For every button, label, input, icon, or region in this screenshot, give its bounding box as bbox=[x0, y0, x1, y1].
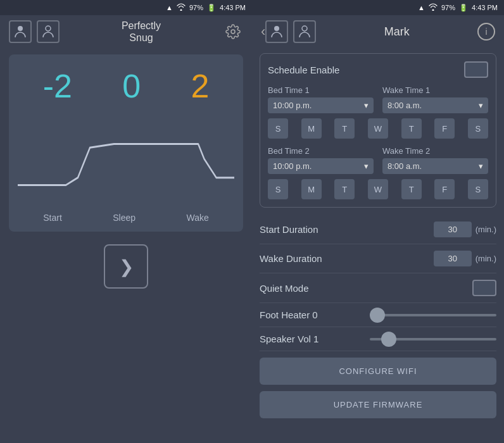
right-battery: 97% bbox=[441, 4, 455, 11]
day-btn-thu-1[interactable]: T bbox=[401, 118, 422, 139]
temp-center: 0 bbox=[122, 67, 141, 105]
right-content: Schedule Enable Bed Time 1 10:00 p.m. ▾ … bbox=[252, 48, 504, 443]
temp-values-row: -2 0 2 bbox=[18, 67, 234, 105]
right-person-icon-1[interactable] bbox=[265, 20, 288, 43]
person-icon-2[interactable] bbox=[37, 20, 60, 43]
wake-time-1-dropdown[interactable]: 8:00 a.m. ▾ bbox=[382, 97, 488, 113]
temp-labels-row: Start Sleep Wake bbox=[18, 208, 234, 225]
day-btn-tue-2[interactable]: T bbox=[334, 179, 355, 199]
bed-time-1-col: Bed Time 1 10:00 p.m. ▾ bbox=[268, 85, 374, 113]
right-person-icons bbox=[265, 20, 316, 43]
bed-time-1-label: Bed Time 1 bbox=[268, 85, 374, 95]
right-signal-icon: ▲ bbox=[418, 4, 425, 11]
wake-time-1-col: Wake Time 1 8:00 a.m. ▾ bbox=[382, 85, 488, 113]
wake-duration-unit: (min.) bbox=[476, 254, 496, 263]
label-wake: Wake bbox=[186, 213, 208, 223]
day-row-2: S M T W T F S bbox=[268, 179, 488, 199]
start-duration-label: Start Duration bbox=[260, 224, 318, 235]
person-icons-left bbox=[9, 20, 60, 43]
next-button[interactable]: ❯ bbox=[104, 244, 148, 289]
user-name: Mark bbox=[316, 25, 477, 39]
next-btn-container: ❯ bbox=[104, 244, 148, 289]
foot-heater-slider[interactable] bbox=[370, 314, 496, 316]
info-button[interactable]: i bbox=[477, 23, 495, 41]
svg-point-1 bbox=[46, 26, 51, 31]
speaker-vol-slider[interactable] bbox=[370, 338, 496, 340]
wake-time-2-label: Wake Time 2 bbox=[382, 146, 488, 156]
quiet-mode-label: Quiet Mode bbox=[260, 283, 309, 294]
day-btn-sat-1[interactable]: S bbox=[468, 118, 488, 139]
bed-time-1-value: 10:00 p.m. bbox=[273, 101, 312, 110]
right-wifi-icon bbox=[429, 3, 438, 12]
bed-time-2-label: Bed Time 2 bbox=[268, 146, 374, 156]
foot-heater-track bbox=[370, 314, 496, 316]
day-btn-fri-2[interactable]: F bbox=[434, 179, 455, 199]
configure-wifi-button[interactable]: CONFIGURE WIFI bbox=[260, 358, 496, 385]
day-btn-sun-1[interactable]: S bbox=[268, 118, 288, 139]
right-battery-icon: 🔋 bbox=[459, 4, 468, 12]
wake-duration-input[interactable] bbox=[434, 251, 472, 266]
quiet-mode-toggle[interactable] bbox=[472, 280, 496, 296]
right-time: 4:43 PM bbox=[472, 4, 498, 11]
wake-time-2-dropdown[interactable]: 8:00 a.m. ▾ bbox=[382, 158, 488, 174]
wake-time-1-chevron: ▾ bbox=[479, 101, 483, 110]
day-btn-thu-2[interactable]: T bbox=[401, 179, 422, 199]
day-btn-mon-2[interactable]: M bbox=[301, 179, 322, 199]
label-start: Start bbox=[43, 213, 62, 223]
svg-point-2 bbox=[274, 26, 279, 31]
wake-time-1-value: 8:00 a.m. bbox=[387, 101, 422, 110]
left-panel: ▲ 97% 🔋 4:43 PM Perfectly Snug -2 bbox=[0, 0, 252, 443]
foot-heater-thumb[interactable] bbox=[370, 308, 385, 323]
schedule-enable-toggle[interactable] bbox=[464, 61, 488, 78]
right-person-icon-2[interactable] bbox=[293, 20, 316, 43]
bed-time-1-dropdown[interactable]: 10:00 p.m. ▾ bbox=[268, 97, 374, 113]
next-icon: ❯ bbox=[119, 256, 134, 277]
svg-point-0 bbox=[18, 26, 23, 31]
wake-duration-row: Wake Duration (min.) bbox=[260, 244, 496, 273]
start-duration-input[interactable] bbox=[434, 222, 472, 237]
schedule-enable-label: Schedule Enable bbox=[268, 65, 339, 75]
app-title: Perfectly Snug bbox=[122, 20, 161, 44]
temp-display: -2 0 2 Start Sleep Wake bbox=[9, 54, 243, 232]
settings-button[interactable] bbox=[223, 22, 243, 42]
bed-time-2-col: Bed Time 2 10:00 p.m. ▾ bbox=[268, 146, 374, 174]
speaker-vol-thumb[interactable] bbox=[381, 332, 396, 347]
left-top-bar: Perfectly Snug bbox=[0, 15, 252, 48]
schedule-enable-row: Schedule Enable bbox=[268, 61, 488, 78]
left-battery-icon: 🔋 bbox=[207, 4, 216, 12]
day-btn-sun-2[interactable]: S bbox=[268, 179, 288, 199]
bed-time-2-dropdown[interactable]: 10:00 p.m. ▾ bbox=[268, 158, 374, 174]
left-main-content: -2 0 2 Start Sleep Wake ❯ bbox=[0, 48, 252, 443]
left-time: 4:43 PM bbox=[220, 4, 246, 11]
bed-wake-row-1: Bed Time 1 10:00 p.m. ▾ Wake Time 1 8:00… bbox=[268, 85, 488, 113]
left-wifi-icon bbox=[177, 3, 186, 12]
speaker-vol-label: Speaker Vol 1 bbox=[260, 334, 318, 344]
wake-time-1-label: Wake Time 1 bbox=[382, 85, 488, 95]
wake-time-2-col: Wake Time 2 8:00 a.m. ▾ bbox=[382, 146, 488, 174]
right-panel: ▲ 97% 🔋 4:43 PM ‹ Mark i Schedule Enable bbox=[252, 0, 504, 443]
day-btn-sat-2[interactable]: S bbox=[468, 179, 488, 199]
wake-time-2-chevron: ▾ bbox=[479, 161, 483, 171]
day-btn-wed-2[interactable]: W bbox=[368, 179, 388, 199]
update-firmware-button[interactable]: UPDATE FIRMWARE bbox=[260, 391, 496, 418]
wake-duration-label: Wake Duration bbox=[260, 253, 322, 264]
temp-graph bbox=[18, 118, 234, 208]
day-btn-mon-1[interactable]: M bbox=[301, 118, 322, 139]
speaker-vol-row: Speaker Vol 1 bbox=[260, 327, 496, 351]
right-top-bar: ‹ Mark i bbox=[252, 15, 504, 48]
start-duration-value-box: (min.) bbox=[434, 222, 496, 237]
wake-duration-value-box: (min.) bbox=[434, 251, 496, 266]
back-button[interactable]: ‹ bbox=[261, 23, 265, 40]
right-status-bar: ▲ 97% 🔋 4:43 PM bbox=[252, 0, 504, 15]
start-duration-row: Start Duration (min.) bbox=[260, 215, 496, 244]
speaker-vol-track bbox=[370, 338, 496, 340]
bed-time-2-chevron: ▾ bbox=[364, 161, 369, 171]
day-btn-wed-1[interactable]: W bbox=[368, 118, 388, 139]
day-btn-fri-1[interactable]: F bbox=[434, 118, 455, 139]
person-icon-1[interactable] bbox=[9, 20, 32, 43]
schedule-box: Schedule Enable Bed Time 1 10:00 p.m. ▾ … bbox=[260, 53, 496, 208]
day-btn-tue-1[interactable]: T bbox=[334, 118, 355, 139]
left-status-bar: ▲ 97% 🔋 4:43 PM bbox=[0, 0, 252, 15]
start-duration-unit: (min.) bbox=[476, 225, 496, 234]
quiet-mode-row: Quiet Mode bbox=[260, 273, 496, 303]
